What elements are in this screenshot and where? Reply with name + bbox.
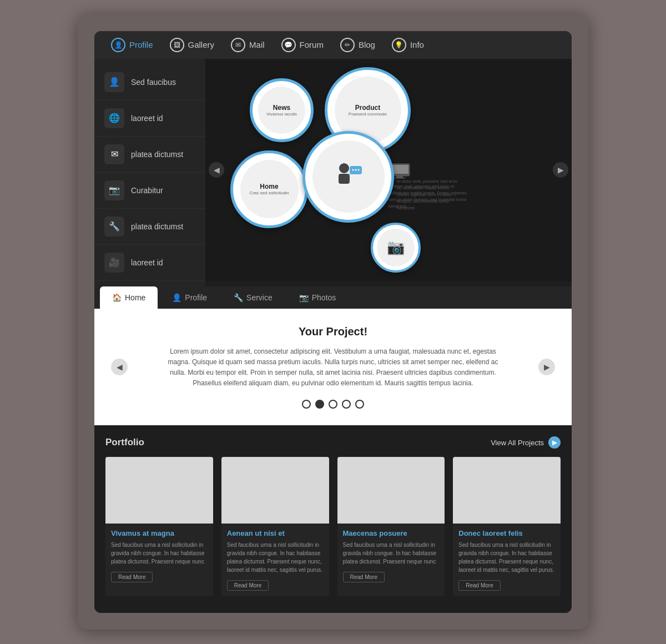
sidebar: 👤 Sed faucibus 🌐 laoreet id ✉ platea dic… <box>94 59 205 286</box>
circle-product-sub: Praesent commodo <box>349 112 387 117</box>
sidebar-item-0[interactable]: 👤 Sed faucibus <box>94 64 205 100</box>
circle-news-title: News <box>273 104 290 112</box>
service-tab-icon: 🔧 <box>234 293 243 302</box>
dot-2[interactable] <box>329 400 337 409</box>
tab-service-label: Service <box>246 293 273 302</box>
svg-point-4 <box>339 163 349 173</box>
read-more-1[interactable]: Read More <box>227 580 269 591</box>
project-title: Your Project! <box>139 325 527 338</box>
nav-forum-label: Forum <box>300 40 324 49</box>
sidebar-item-2[interactable]: ✉ platea dictumst <box>94 137 205 173</box>
tab-profile[interactable]: 👤 Profile <box>160 286 219 309</box>
dot-4[interactable] <box>355 400 364 409</box>
portfolio-card-text-3: Sed faucibus urna a nisl sollicitudin in… <box>458 541 555 574</box>
portfolio-card-title-1: Aenean ut nisi et <box>227 529 324 537</box>
view-all-projects[interactable]: View All Projects ▶ <box>491 436 561 449</box>
portfolio-header: Portfolio View All Projects ▶ <box>105 436 561 449</box>
portfolio-card-0: Vivamus at magna Sed faucibus urna a nis… <box>105 457 213 596</box>
dot-3[interactable] <box>342 400 351 409</box>
nav-item-mail[interactable]: ✉ Mail <box>231 38 265 52</box>
circle-home[interactable]: Home Cras sed sollicitudin <box>230 150 308 228</box>
portfolio-card-text-2: Sed faucibus urna a nisl sollicitudin in… <box>343 541 440 566</box>
circle-news[interactable]: News Vivamus iaculis <box>250 78 314 142</box>
portfolio-card-1: Aenean ut nisi et Sed faucibus urna a ni… <box>221 457 329 596</box>
sidebar-icon-4: 🔧 <box>104 217 124 237</box>
circle-home-title: Home <box>260 183 278 190</box>
portfolio-card-3: Donec laoreet felis Sed faucibus urna a … <box>453 457 561 596</box>
nav-item-forum[interactable]: 💬 Forum <box>281 38 324 52</box>
svg-point-8 <box>352 169 354 170</box>
circle-person[interactable] <box>302 131 394 223</box>
profile-tab-icon: 👤 <box>172 293 181 302</box>
circle-home-sub: Cras sed sollicitudin <box>249 190 289 195</box>
person-text: In dolor erat, posuere sed eros ut, soll… <box>397 179 457 210</box>
profile-nav-icon: 👤 <box>111 38 125 52</box>
portfolio-grid: Vivamus at magna Sed faucibus urna a nis… <box>105 457 561 596</box>
nav-mail-label: Mail <box>249 40 265 49</box>
tab-home[interactable]: 🏠 Home <box>100 286 158 309</box>
circle-product-title: Product <box>355 104 380 112</box>
sidebar-item-4[interactable]: 🔧 platea dictumst <box>94 209 205 245</box>
tab-profile-label: Profile <box>185 293 207 302</box>
portfolio-card-title-2: Maecenas posuere <box>343 529 440 537</box>
nav-item-profile[interactable]: 👤 Profile <box>111 38 153 52</box>
tab-home-label: Home <box>125 293 145 302</box>
photos-tab-icon: 📷 <box>299 293 309 302</box>
tab-photos[interactable]: 📷 Photos <box>287 286 349 309</box>
sidebar-label-5: laoreet id <box>131 258 163 267</box>
nav-item-blog[interactable]: ✏ Blog <box>340 38 375 52</box>
project-prev-button[interactable]: ◀ <box>111 359 128 375</box>
portfolio-img-3 <box>453 457 561 524</box>
sidebar-icon-5: 🎥 <box>104 253 124 273</box>
nav-item-gallery[interactable]: 🖼 Gallery <box>170 38 215 52</box>
portfolio-card-text-0: Sed faucibus urna a nisl sollicitudin in… <box>111 541 208 566</box>
blog-nav-icon: ✏ <box>340 38 355 52</box>
tab-service[interactable]: 🔧 Service <box>221 286 285 309</box>
read-more-2[interactable]: Read More <box>343 572 385 582</box>
top-nav: 👤 Profile 🖼 Gallery ✉ Mail 💬 Forum ✏ Blo… <box>94 31 572 59</box>
portfolio-img-1 <box>221 457 329 524</box>
svg-rect-5 <box>339 174 350 184</box>
sidebar-label-4: platea dictumst <box>131 222 183 231</box>
read-more-0[interactable]: Read More <box>111 572 153 582</box>
portfolio-card-title-3: Donec laoreet felis <box>458 529 555 537</box>
sidebar-icon-0: 👤 <box>104 72 124 92</box>
person-text-block: In dolor erat, posuere sed eros ut, soll… <box>397 178 463 212</box>
portfolio-section: Portfolio View All Projects ▶ Vivamus at… <box>94 425 572 613</box>
tab-bar: 🏠 Home 👤 Profile 🔧 Service 📷 Photos <box>94 286 572 309</box>
svg-point-9 <box>355 169 356 170</box>
project-section: ◀ ▶ Your Project! Lorem ipsum dolor sit … <box>94 309 572 426</box>
sidebar-icon-1: 🌐 <box>104 108 124 128</box>
sidebar-item-1[interactable]: 🌐 laoreet id <box>94 100 205 137</box>
sidebar-label-3: Curabitur <box>131 186 163 195</box>
project-next-button[interactable]: ▶ <box>538 359 555 375</box>
nav-item-info[interactable]: 💡 Info <box>392 38 424 52</box>
forum-nav-icon: 💬 <box>281 38 296 52</box>
view-all-label: View All Projects <box>491 439 544 447</box>
portfolio-card-text-1: Sed faucibus urna a nisl sollicitudin in… <box>227 541 324 574</box>
portfolio-card-title-0: Vivamus at magna <box>111 529 208 537</box>
sidebar-label-2: platea dictumst <box>131 150 183 159</box>
gallery-nav-icon: 🖼 <box>170 38 184 52</box>
circles-nav-left[interactable]: ◀ <box>209 162 224 178</box>
sidebar-label-1: laoreet id <box>131 114 163 123</box>
dot-0[interactable] <box>302 400 311 409</box>
portfolio-img-2 <box>337 457 445 524</box>
circles-area: ◀ ▶ News Vivamus iaculis Product Praesen… <box>205 59 572 281</box>
home-tab-icon: 🏠 <box>112 293 122 302</box>
dot-1[interactable] <box>315 400 324 409</box>
svg-point-10 <box>357 169 359 170</box>
view-all-button[interactable]: ▶ <box>548 436 561 449</box>
read-more-3[interactable]: Read More <box>458 580 500 591</box>
sidebar-item-5[interactable]: 🎥 laoreet id <box>94 245 205 281</box>
sidebar-icon-3: 📷 <box>104 180 124 200</box>
main-card: 👤 Profile 🖼 Gallery ✉ Mail 💬 Forum ✏ Blo… <box>94 31 572 613</box>
sidebar-icon-2: ✉ <box>104 144 124 164</box>
mail-nav-icon: ✉ <box>231 38 245 52</box>
nav-profile-label: Profile <box>129 40 153 49</box>
circles-nav-right[interactable]: ▶ <box>553 162 568 178</box>
content-area: 👤 Sed faucibus 🌐 laoreet id ✉ platea dic… <box>94 59 572 286</box>
portfolio-title: Portfolio <box>105 437 144 448</box>
circle-camera[interactable]: 📷 <box>371 223 421 273</box>
sidebar-item-3[interactable]: 📷 Curabitur <box>94 173 205 209</box>
